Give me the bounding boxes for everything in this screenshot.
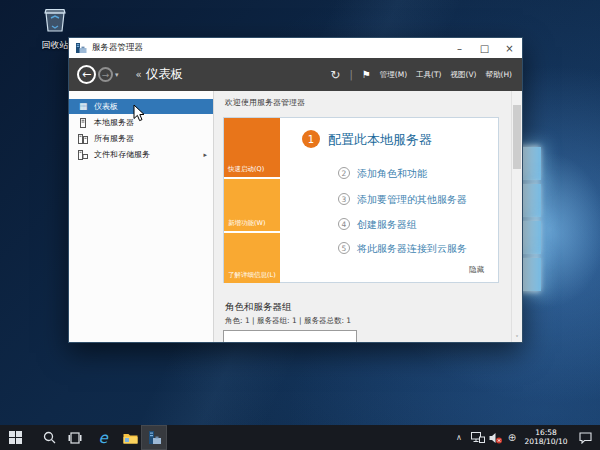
maximize-button[interactable]: □ — [472, 38, 497, 58]
scrollbar-thumb[interactable] — [513, 105, 521, 169]
step-1-badge: 1 — [302, 130, 320, 148]
dashboard-content: 欢迎使用服务器管理器 快速启动(Q) 新增功能(W) 了解详细信息(L) 1 配… — [215, 91, 511, 342]
folder-icon — [123, 432, 138, 444]
nav-history-caret-icon[interactable]: ▾ — [115, 71, 119, 79]
dashboard-grid-icon: ▦ — [78, 102, 88, 111]
scrollbar-down-arrow-icon[interactable]: ˅ — [512, 334, 522, 341]
quick-start-label: 快速启动(Q) — [228, 165, 264, 174]
step-2-add-roles-features-link[interactable]: 添加角色和功能 — [357, 167, 427, 181]
windows-start-icon — [9, 431, 22, 444]
action-center-icon — [579, 432, 592, 444]
roles-server-groups-stats: 角色: 1 | 服务器组: 1 | 服务器总数: 1 — [225, 316, 351, 326]
mouse-cursor — [133, 104, 145, 122]
show-hidden-icons-chevron[interactable]: ∧ — [452, 425, 466, 450]
search-icon — [43, 431, 56, 444]
task-view-button[interactable] — [64, 425, 86, 450]
server-manager-window: 服务器管理器 – □ × ← → ▾ « 仪表板 ↻ | ⚑ 管理(M) 工具(… — [68, 37, 523, 343]
taskbar-clock[interactable]: 16:58 2018/10/10 — [519, 425, 573, 450]
welcome-header: 欢迎使用服务器管理器 — [225, 97, 305, 108]
sidebar-item-label: 所有服务器 — [94, 133, 134, 144]
server-manager-taskbar-button[interactable] — [141, 425, 167, 450]
submenu-arrow-icon: ▸ — [203, 151, 207, 159]
sidebar-nav: ▦ 仪表板 本地服务器 所有服务器 — [69, 91, 214, 342]
step-5-connect-cloud-link[interactable]: 将此服务器连接到云服务 — [357, 242, 467, 256]
step-3-badge: 3 — [338, 193, 350, 205]
sidebar-item-file-storage-services[interactable]: 文件和存储服务 ▸ — [69, 147, 213, 162]
clock-date: 2018/10/10 — [524, 438, 567, 447]
input-method-tray-icon[interactable]: ⊕ — [505, 425, 519, 450]
start-button[interactable] — [4, 425, 26, 450]
action-center-button[interactable] — [576, 425, 594, 450]
window-controls: – □ × — [447, 38, 522, 58]
menu-view[interactable]: 视图(V) — [451, 70, 477, 80]
menu-tools[interactable]: 工具(T) — [416, 70, 441, 80]
notifications-flag-icon[interactable]: ⚑ — [362, 69, 371, 80]
navigation-bar: ← → ▾ « 仪表板 ↻ | ⚑ 管理(M) 工具(T) 视图(V) 帮助(H… — [69, 58, 522, 91]
welcome-tile: 快速启动(Q) 新增功能(W) 了解详细信息(L) 1 配置此本地服务器 2 添… — [223, 117, 499, 283]
sidebar-item-label: 本地服务器 — [94, 117, 134, 128]
menu-manage[interactable]: 管理(M) — [380, 70, 407, 80]
step-2-badge: 2 — [338, 167, 350, 179]
sidebar-item-label: 仪表板 — [94, 101, 118, 112]
breadcrumb-dashboard[interactable]: 仪表板 — [146, 66, 184, 83]
server-manager-icon — [75, 42, 87, 54]
taskbar: e ∧ — [0, 425, 600, 450]
roles-server-groups-title: 角色和服务器组 — [225, 301, 292, 314]
close-button[interactable]: × — [497, 38, 522, 58]
hide-welcome-link[interactable]: 隐藏 — [469, 265, 484, 275]
server-manager-icon — [147, 430, 162, 445]
breadcrumb: « 仪表板 — [136, 66, 184, 83]
step-3-add-other-servers-link[interactable]: 添加要管理的其他服务器 — [357, 193, 467, 207]
sidebar-item-label: 文件和存储服务 — [94, 149, 150, 160]
server-icon — [78, 118, 88, 128]
step-4-create-server-group-link[interactable]: 创建服务器组 — [357, 218, 417, 232]
step-5-badge: 5 — [338, 242, 350, 254]
whats-new-label: 新增功能(W) — [228, 219, 266, 228]
menu-separator: | — [349, 69, 352, 80]
quick-start-block[interactable]: 快速启动(Q) — [224, 118, 280, 177]
network-tray-icon[interactable] — [470, 425, 486, 450]
sidebar-item-all-servers[interactable]: 所有服务器 — [69, 131, 213, 146]
step-4-badge: 4 — [338, 218, 350, 230]
learn-more-label: 了解详细信息(L) — [228, 271, 276, 280]
internet-explorer-icon: e — [98, 429, 107, 447]
menu-help[interactable]: 帮助(H) — [486, 70, 513, 80]
vertical-scrollbar[interactable]: ˅ — [511, 91, 522, 342]
menubar-actions: ↻ | ⚑ 管理(M) 工具(T) 视图(V) 帮助(H) — [330, 68, 522, 82]
minimize-button[interactable]: – — [447, 38, 472, 58]
servers-icon — [78, 134, 88, 144]
forward-icon[interactable]: → — [98, 67, 113, 82]
volume-muted-tray-icon[interactable] — [487, 425, 504, 450]
learn-more-block[interactable]: 了解详细信息(L) — [224, 233, 280, 283]
file-storage-icon — [78, 150, 88, 160]
taskbar-search-button[interactable] — [38, 425, 60, 450]
refresh-icon[interactable]: ↻ — [330, 68, 340, 82]
recycle-bin-icon — [42, 6, 68, 33]
whats-new-block[interactable]: 新增功能(W) — [224, 179, 280, 231]
window-title: 服务器管理器 — [92, 42, 143, 54]
breadcrumb-collapse-icon[interactable]: « — [136, 69, 142, 80]
internet-explorer-button[interactable]: e — [92, 425, 114, 450]
roles-group-tile-partial — [223, 330, 357, 343]
window-titlebar: 服务器管理器 – □ × — [69, 38, 522, 58]
task-view-icon — [68, 432, 82, 444]
step-1-configure-local-server-link[interactable]: 配置此本地服务器 — [328, 131, 432, 149]
window-body: ▦ 仪表板 本地服务器 所有服务器 — [69, 91, 522, 342]
back-icon[interactable]: ← — [77, 65, 96, 84]
desktop: 回收站 服务器管理器 – □ × ← → ▾ « 仪表板 — [0, 0, 600, 450]
file-explorer-button[interactable] — [119, 425, 141, 450]
